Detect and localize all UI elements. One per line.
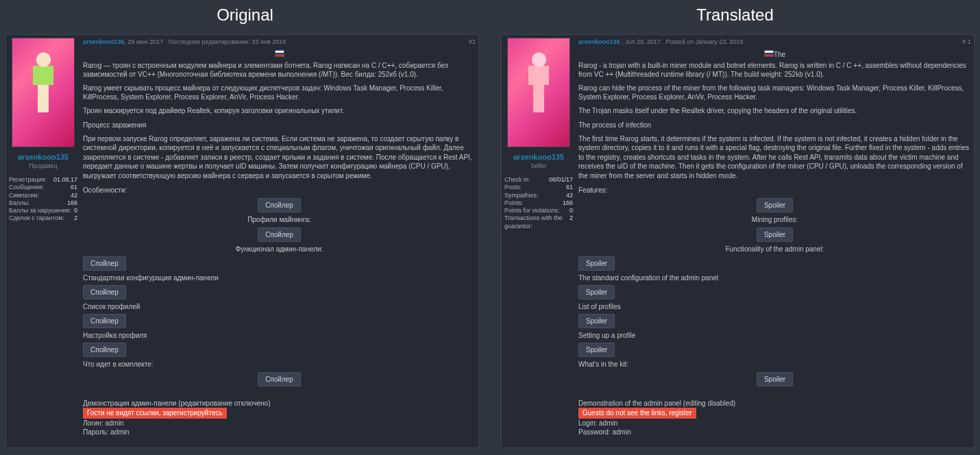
stat-value: 08/01/17 xyxy=(549,176,573,184)
stat-value: 166 xyxy=(67,199,77,207)
spoiler-button[interactable]: Spoiler xyxy=(757,198,793,213)
user-stats: Check in:08/01/17 Posts:61 Sympathies:42… xyxy=(504,176,573,230)
label: The standard configuration of the admin … xyxy=(578,273,971,283)
password-line: Password: admin xyxy=(578,428,971,437)
label: Цена: xyxy=(83,446,476,448)
panel-translated: arsenkooo135 Seller Check in:08/01/17 Po… xyxy=(501,34,975,448)
username-link[interactable]: arsenkooo135 xyxy=(9,153,77,161)
stat-key: Points: xyxy=(504,199,524,207)
post-author[interactable]: arsenkooo135 xyxy=(83,38,125,45)
username-link[interactable]: arsenkooo135 xyxy=(504,153,573,161)
post-content: arsenkooo135, 29 июн 2017 Последнее реда… xyxy=(83,38,476,445)
post-date: 29 июн 2017 xyxy=(128,38,164,45)
avatar[interactable] xyxy=(507,38,570,147)
stat-value: 2 xyxy=(74,214,77,222)
login-line: Login: admin xyxy=(578,419,971,428)
label: Особенности: xyxy=(83,186,476,195)
password-line: Пароль: admin xyxy=(83,428,476,437)
stat-key: Регистрация: xyxy=(9,176,47,184)
label: Price: xyxy=(578,446,971,448)
stat-key: Баллы за нарушения: xyxy=(9,207,71,214)
label: List of profiles xyxy=(578,302,971,312)
russian-flag-icon xyxy=(275,50,284,57)
label: What's in the kit: xyxy=(578,360,971,369)
label: Демонстрация админ-панели (редактировани… xyxy=(83,399,476,408)
spoiler-button[interactable]: Spoiler xyxy=(578,256,615,271)
stat-value: 166 xyxy=(563,199,573,207)
stat-key: Сообщения: xyxy=(9,184,44,191)
register-badge[interactable]: Guests do not see the links, register xyxy=(578,408,696,419)
stat-value: 01.08.17 xyxy=(53,176,77,184)
stat-value: 42 xyxy=(566,192,573,199)
stat-key: Sympathies: xyxy=(504,192,539,199)
spoiler-button[interactable]: Spoiler xyxy=(578,285,615,300)
label: Настройка профиля xyxy=(83,331,476,341)
heading: Процесс заражения xyxy=(83,121,476,130)
register-badge[interactable]: Гости не видят ссылки, зарегистрируйтесь xyxy=(83,408,227,419)
user-role: Seller xyxy=(504,162,573,169)
stat-value: 0 xyxy=(569,207,573,214)
spoiler-button[interactable]: Спойлер xyxy=(83,285,126,300)
post-edited: Последнее редактирование: 23 янв 2018 xyxy=(169,38,286,45)
stat-key: Transactions with the guarantor: xyxy=(504,214,569,230)
russian-flag-icon xyxy=(764,50,774,57)
para: Rarog умеет скрывать процесс майнера от … xyxy=(83,84,476,102)
spoiler-button[interactable]: Спойлер xyxy=(258,198,301,213)
label: Mining profiles: xyxy=(578,215,971,225)
para: Rarog - a trojan with a built-in miner m… xyxy=(578,61,971,79)
stat-value: 0 xyxy=(74,207,77,214)
sidebar: arsenkooo135 Seller Check in:08/01/17 Po… xyxy=(504,38,573,445)
sidebar: arsenkooo135 Продавец Регистрация:01.08.… xyxy=(9,38,77,445)
post-author[interactable]: arsenkooo135 xyxy=(578,38,620,45)
label: Функционал админ-панели: xyxy=(83,245,476,254)
flag-suffix: The xyxy=(774,51,785,58)
stat-value: 61 xyxy=(566,184,573,191)
stat-key: Points for violations: xyxy=(504,207,560,214)
label: Профили майнинга: xyxy=(83,215,476,225)
spoiler-button[interactable]: Spoiler xyxy=(757,372,793,387)
para: Троян маскируется под драйвер Realtek, к… xyxy=(83,106,476,116)
heading: The process of infection xyxy=(578,121,971,130)
user-stats: Регистрация:01.08.17 Сообщения:61 Симпат… xyxy=(9,176,77,223)
avatar[interactable] xyxy=(12,38,75,147)
stat-value: 61 xyxy=(71,184,77,191)
spoiler-button[interactable]: Спойлер xyxy=(83,343,126,358)
stat-key: Симпатии: xyxy=(9,192,39,199)
spoiler-button[interactable]: Спойлер xyxy=(258,228,301,243)
spoiler-button[interactable]: Спойлер xyxy=(83,314,126,329)
post-number[interactable]: #1 xyxy=(469,38,476,46)
stat-value: 42 xyxy=(71,192,77,199)
label: Setting up a profile xyxy=(578,331,971,341)
user-role: Продавец xyxy=(9,162,77,169)
spoiler-button[interactable]: Spoiler xyxy=(757,228,793,243)
label-translated: Translated xyxy=(490,5,980,25)
label: Functionality of the admin panel: xyxy=(578,245,971,254)
spoiler-button[interactable]: Spoiler xyxy=(578,343,615,358)
stat-key: Сделок с гарантом: xyxy=(9,214,64,222)
spoiler-button[interactable]: Spoiler xyxy=(578,314,615,329)
label: Что идет в комплекте: xyxy=(83,360,476,369)
panel-original: arsenkooo135 Продавец Регистрация:01.08.… xyxy=(5,34,479,448)
stat-key: Баллы: xyxy=(9,199,29,207)
para: The first time Rarog starts, it determin… xyxy=(578,134,971,181)
label-original: Original xyxy=(0,5,490,25)
post-content: arsenkooo135 , Jun 29, 2017 Posted on Ja… xyxy=(578,38,971,445)
label: Стандартная конфигурация админ-панели xyxy=(83,273,476,283)
post-date: Jun 29, 2017 xyxy=(625,38,661,45)
para: The Trojan masks itself under the Realte… xyxy=(578,106,971,116)
label: Список профилей xyxy=(83,302,476,312)
post-number[interactable]: # 1 xyxy=(962,38,971,46)
spoiler-button[interactable]: Спойлер xyxy=(83,256,126,271)
label: Features: xyxy=(578,186,971,195)
para: При первом запуске Rarog определяет, зар… xyxy=(83,134,476,181)
stat-value: 2 xyxy=(569,214,573,230)
para: Rarog — троян с встроенным модулем майне… xyxy=(83,61,476,79)
stat-key: Check in: xyxy=(504,176,530,184)
post-edited: Posted on January 23, 2018 xyxy=(666,38,744,45)
stat-key: Posts: xyxy=(504,184,522,191)
login-line: Логин: admin xyxy=(83,419,476,428)
spoiler-button[interactable]: Спойлер xyxy=(258,372,301,387)
label: Demonstration of the admin panel (editin… xyxy=(578,399,971,408)
para: Rarog can hide the process of the miner … xyxy=(578,84,971,102)
